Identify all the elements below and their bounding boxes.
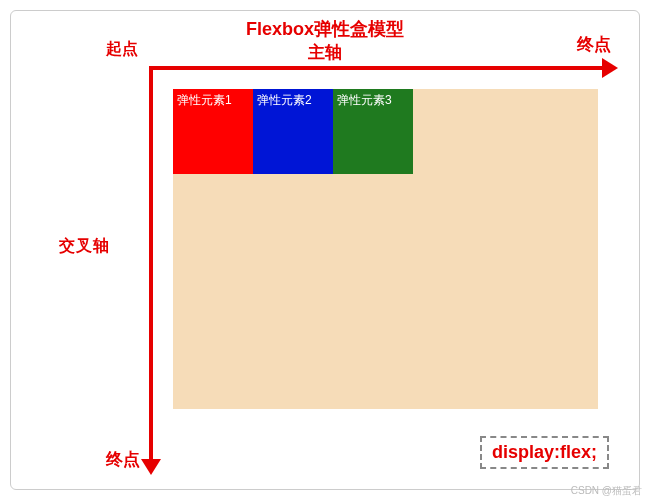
flex-item-2: 弹性元素2 [253,89,333,174]
cross-axis-label: 交叉轴 [59,236,110,257]
flex-container: 弹性元素1 弹性元素2 弹性元素3 [173,89,598,409]
flex-item-3: 弹性元素3 [333,89,413,174]
diagram-frame: Flexbox弹性盒模型 主轴 起点 终点 交叉轴 终点 弹性元素1 弹性元素2… [10,10,640,490]
main-axis-label: 主轴 [308,41,342,64]
diagram-title: Flexbox弹性盒模型 [246,17,404,41]
watermark: CSDN @猫蛋君 [571,484,642,498]
main-axis-end-label: 终点 [577,33,611,56]
flex-item-1: 弹性元素1 [173,89,253,174]
cross-axis-arrow [149,66,153,461]
css-property-legend: display:flex; [480,436,609,469]
main-axis-arrow [149,66,604,70]
cross-axis-end-label: 终点 [106,448,140,471]
start-point-label: 起点 [106,39,138,60]
